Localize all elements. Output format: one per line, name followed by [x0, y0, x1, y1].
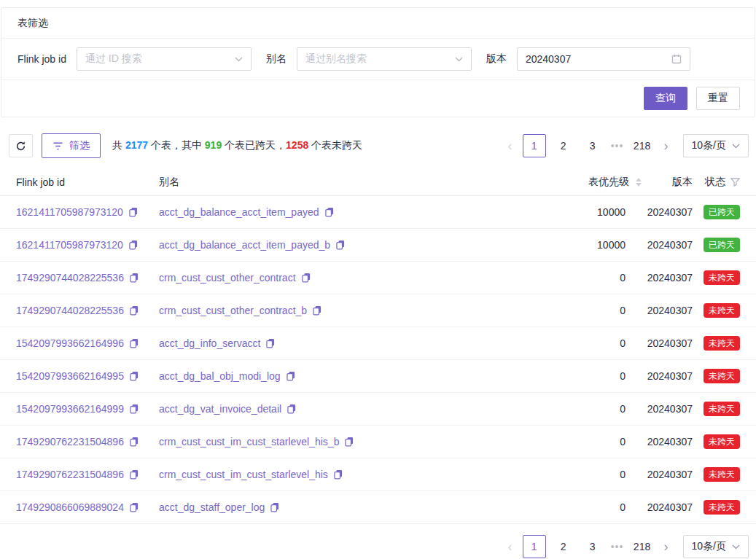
alias-select[interactable]: 通过别名搜索: [297, 47, 472, 71]
prev-page-button[interactable]: ‹: [501, 134, 520, 157]
flink-job-id-select[interactable]: 通过 ID 搜索: [77, 47, 252, 71]
copy-icon[interactable]: [287, 404, 297, 414]
page-ellipsis[interactable]: •••: [607, 535, 628, 558]
version-date-value: 20240307: [526, 53, 571, 65]
copy-icon[interactable]: [286, 371, 296, 381]
flink-job-id-label: Flink job id: [17, 53, 66, 65]
status-badge: 未跨天: [704, 270, 740, 285]
copy-icon[interactable]: [344, 437, 354, 447]
page-button-1[interactable]: 1: [523, 535, 546, 558]
copy-icon[interactable]: [129, 502, 139, 512]
tables-list: Flink job id 别名 表优先级 版本 状态 1621411705987…: [0, 168, 756, 524]
copy-icon[interactable]: [129, 469, 139, 480]
alias-link[interactable]: crm_cust_cust_im_cust_starlevel_his_b: [159, 436, 339, 447]
chevron-down-icon: [732, 544, 740, 550]
next-page-button[interactable]: ›: [657, 134, 676, 157]
not-crossed-count: 1258: [286, 139, 308, 151]
page-ellipsis[interactable]: •••: [607, 134, 628, 157]
table-toolbar: 筛选 共 2177 个表，其中 919 个表已跨天，1258 个表未跨天 ‹ 1…: [9, 133, 749, 159]
copy-icon[interactable]: [129, 305, 139, 316]
flink-job-id-link[interactable]: 1542097993662164996: [16, 337, 124, 349]
copy-icon[interactable]: [335, 240, 346, 250]
flink-job-id-link[interactable]: 1621411705987973120: [16, 239, 123, 251]
version-label: 版本: [486, 52, 507, 66]
status-badge: 已跨天: [704, 238, 740, 252]
alias-link[interactable]: acct_dg_balance_acct_item_payed: [159, 206, 319, 218]
prev-page-button[interactable]: ‹: [501, 535, 520, 558]
page-size-select[interactable]: 10条/页: [683, 134, 749, 157]
table-row: 1749290866069889024 acct_dg_staff_oper_l…: [0, 491, 756, 524]
copy-icon[interactable]: [301, 273, 311, 283]
priority-value: 0: [538, 469, 642, 480]
version-value: 20240307: [642, 436, 693, 447]
crossed-count: 919: [205, 139, 222, 151]
sort-icon[interactable]: [636, 178, 642, 187]
version-value: 20240307: [642, 469, 693, 480]
version-value: 20240307: [642, 206, 693, 218]
copy-icon[interactable]: [270, 502, 280, 512]
flink-job-id-link[interactable]: 1621411705987973120: [16, 206, 123, 218]
page-button-2[interactable]: 2: [552, 535, 575, 558]
next-page-button[interactable]: ›: [657, 535, 676, 558]
copy-icon[interactable]: [129, 437, 139, 447]
copy-icon[interactable]: [324, 207, 335, 217]
filter-button-label: 筛选: [69, 139, 90, 152]
flink-job-id-link[interactable]: 1749290866069889024: [16, 501, 124, 513]
copy-icon[interactable]: [129, 371, 139, 381]
copy-icon[interactable]: [128, 240, 139, 250]
filter-card: 表筛选 Flink job id 通过 ID 搜索 别名 通过别名搜索 版本 2…: [1, 7, 755, 117]
priority-value: 0: [538, 305, 642, 316]
page-button-last[interactable]: 218: [631, 134, 654, 157]
copy-icon[interactable]: [129, 273, 139, 283]
copy-icon[interactable]: [128, 207, 139, 217]
column-header-status[interactable]: 状态: [693, 176, 740, 189]
priority-value: 0: [538, 272, 642, 284]
priority-value: 0: [538, 337, 642, 349]
flink-job-id-link[interactable]: 1542097993662164999: [16, 403, 124, 415]
table-row: 1621411705987973120 acct_dg_balance_acct…: [0, 229, 756, 262]
refresh-button[interactable]: [9, 134, 33, 157]
copy-icon[interactable]: [265, 338, 276, 348]
copy-icon[interactable]: [333, 469, 343, 480]
flink-job-id-link[interactable]: 1749290762231504896: [16, 469, 124, 480]
table-row: 1749290762231504896 crm_cust_cust_im_cus…: [0, 458, 756, 491]
version-date-input[interactable]: 20240307: [517, 47, 690, 71]
page-button-3[interactable]: 3: [581, 134, 604, 157]
status-badge: 未跨天: [704, 303, 740, 318]
priority-value: 10000: [538, 239, 642, 251]
version-value: 20240307: [642, 305, 693, 316]
flink-job-id-link[interactable]: 1749290762231504896: [16, 436, 124, 447]
copy-icon[interactable]: [129, 404, 139, 414]
alias-link[interactable]: crm_cust_cust_im_cust_starlevel_his: [159, 469, 328, 480]
alias-link[interactable]: acct_dg_staff_oper_log: [159, 501, 265, 513]
alias-link[interactable]: acct_dg_info_servacct: [159, 337, 260, 349]
page-button-3[interactable]: 3: [581, 535, 604, 558]
status-badge: 未跨天: [704, 467, 740, 482]
filter-funnel-icon[interactable]: [730, 178, 740, 187]
table-header-row: Flink job id 别名 表优先级 版本 状态: [0, 168, 756, 196]
page-button-1[interactable]: 1: [523, 134, 546, 157]
chevron-down-icon: [235, 57, 243, 62]
page-size-select[interactable]: 10条/页: [683, 535, 749, 558]
column-header-alias[interactable]: 别名: [159, 176, 538, 189]
column-header-priority[interactable]: 表优先级: [538, 176, 642, 189]
copy-icon[interactable]: [312, 305, 322, 316]
flink-job-id-link[interactable]: 1542097993662164995: [16, 370, 124, 382]
alias-link[interactable]: acct_dg_vat_invoice_detail: [159, 403, 281, 415]
page-button-last[interactable]: 218: [631, 535, 654, 558]
alias-link[interactable]: acct_dg_balance_acct_item_payed_b: [159, 239, 330, 251]
table-row: 1621411705987973120 acct_dg_balance_acct…: [0, 196, 756, 229]
alias-link[interactable]: acct_dg_bal_obj_modi_log: [159, 370, 281, 382]
column-header-flink-job-id[interactable]: Flink job id: [16, 176, 159, 188]
top-pagination: ‹ 1 2 3 ••• 218 › 10条/页: [501, 134, 749, 157]
copy-icon[interactable]: [129, 338, 139, 348]
calendar-icon: [671, 54, 682, 64]
filter-button[interactable]: 筛选: [42, 133, 101, 158]
alias-link[interactable]: crm_cust_cust_other_contract_b: [159, 305, 307, 316]
page-button-2[interactable]: 2: [552, 134, 575, 157]
flink-job-id-link[interactable]: 1749290744028225536: [16, 272, 124, 284]
reset-button[interactable]: 重置: [696, 87, 740, 110]
query-button[interactable]: 查询: [644, 87, 687, 110]
flink-job-id-link[interactable]: 1749290744028225536: [16, 305, 124, 316]
alias-link[interactable]: crm_cust_cust_other_contract: [159, 272, 296, 284]
